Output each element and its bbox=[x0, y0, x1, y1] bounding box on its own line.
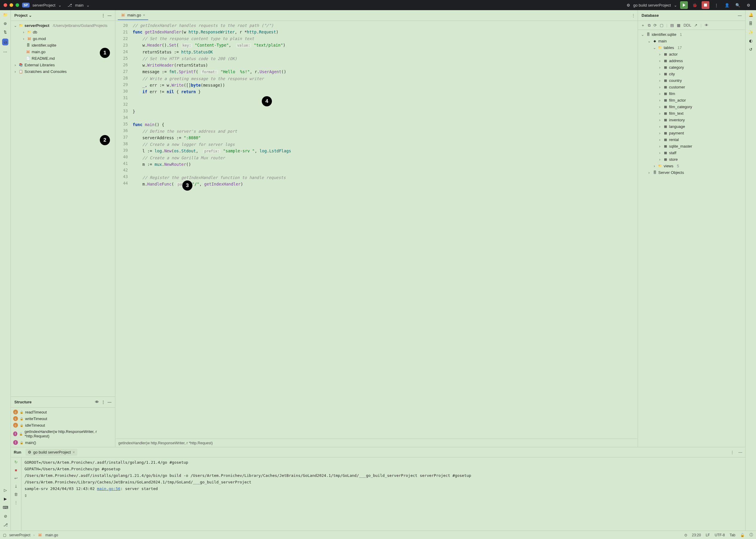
db-table[interactable]: ›▦film bbox=[638, 90, 745, 97]
structure-collapse-icon[interactable]: — bbox=[108, 400, 112, 404]
maximize-window[interactable] bbox=[16, 3, 19, 7]
db-open-icon[interactable]: ↗ bbox=[694, 23, 698, 28]
chevron-right-icon[interactable]: › bbox=[658, 118, 662, 122]
tree-external-libs[interactable]: ›📚External Libraries bbox=[11, 61, 115, 68]
db-table[interactable]: ›▦payment bbox=[638, 130, 745, 136]
db-server-objects[interactable]: ›🗄Server Objects bbox=[638, 169, 745, 176]
db-table-icon[interactable]: ▦ bbox=[677, 23, 680, 28]
notifications-icon[interactable]: 🔔 bbox=[748, 13, 753, 17]
chevron-right-icon[interactable]: › bbox=[658, 78, 662, 83]
run-tab[interactable]: Run bbox=[14, 450, 21, 454]
recent-tool-icon[interactable]: ↺ bbox=[749, 47, 752, 52]
code-with-me-icon[interactable]: 👤 bbox=[723, 1, 731, 9]
chevron-right-icon[interactable]: › bbox=[658, 91, 662, 96]
db-table[interactable]: ›▦sqlite_master bbox=[638, 143, 745, 149]
structure-item[interactable]: c🔒readTimeout bbox=[11, 409, 115, 415]
chevron-down-icon[interactable]: ⌄ bbox=[13, 23, 17, 28]
tree-folder-db[interactable]: ›📁db bbox=[11, 29, 115, 35]
db-table[interactable]: ›▦customer bbox=[638, 84, 745, 90]
db-table[interactable]: ›▦rental bbox=[638, 136, 745, 143]
chevron-right-icon[interactable]: › bbox=[658, 111, 662, 116]
debug-button[interactable]: 🐞 bbox=[691, 1, 699, 9]
db-table[interactable]: ›▦inventory bbox=[638, 116, 745, 123]
ai-tool-icon[interactable]: ✨ bbox=[748, 30, 753, 35]
structure-more-icon[interactable]: ⋮ bbox=[101, 400, 105, 404]
chevron-right-icon[interactable]: › bbox=[658, 85, 662, 89]
db-table[interactable]: ›▦film_actor bbox=[638, 97, 745, 103]
pull-requests-icon[interactable]: ⇅ bbox=[4, 30, 7, 35]
run-config-tab[interactable]: ⚙ go build serverProject × bbox=[26, 449, 77, 456]
db-ddl-button[interactable]: DDL bbox=[683, 23, 691, 28]
db-view-icon[interactable]: 👁 bbox=[705, 23, 709, 28]
chevron-right-icon[interactable]: › bbox=[658, 124, 662, 129]
status-crumb-file[interactable]: main.go bbox=[45, 533, 58, 537]
chevron-right-icon[interactable]: › bbox=[22, 37, 26, 41]
structure-item[interactable]: c🔒idleTimeout bbox=[11, 422, 115, 428]
db-table[interactable]: ›▦film_text bbox=[638, 110, 745, 116]
chevron-down-icon[interactable]: ⌄ bbox=[647, 39, 651, 43]
db-table[interactable]: ›▦country bbox=[638, 77, 745, 84]
db-stop-icon[interactable]: ▢ bbox=[660, 23, 663, 28]
db-table[interactable]: ›▦film_category bbox=[638, 103, 745, 110]
db-table[interactable]: ›▦address bbox=[638, 57, 745, 64]
chevron-right-icon[interactable]: › bbox=[658, 131, 662, 135]
status-readonly-icon[interactable]: 🔓 bbox=[740, 533, 745, 537]
run-button[interactable] bbox=[680, 1, 688, 9]
database-tool-icon[interactable]: 🗄 bbox=[749, 21, 753, 26]
soft-wrap-icon[interactable]: ↩︎ bbox=[14, 476, 18, 481]
structure-tool-icon[interactable]: 🗂 bbox=[2, 38, 8, 45]
status-encoding[interactable]: UTF-8 bbox=[715, 533, 725, 537]
console-link[interactable]: main.go:56 bbox=[97, 487, 120, 491]
db-views-folder[interactable]: ›📁views 5 bbox=[638, 163, 745, 169]
chevron-right-icon[interactable]: › bbox=[658, 151, 662, 155]
scroll-end-icon[interactable]: ⤓ bbox=[14, 484, 18, 489]
chevron-right-icon[interactable]: › bbox=[652, 164, 656, 168]
terminal-tool-icon[interactable]: ⌨ bbox=[3, 505, 8, 510]
coverage-tool-icon[interactable]: ◐ bbox=[749, 38, 752, 43]
problems-tool-icon[interactable]: ⊘ bbox=[4, 514, 7, 518]
tree-file-readme[interactable]: 📄README.md bbox=[11, 55, 115, 61]
chevron-right-icon[interactable]: › bbox=[22, 30, 26, 35]
editor-body[interactable]: 2021222324252627282930313233343536373839… bbox=[115, 21, 638, 439]
db-jump-icon[interactable]: ▤ bbox=[670, 23, 674, 28]
close-tab-icon[interactable]: × bbox=[143, 13, 145, 17]
project-root[interactable]: ⌄ 📁 serverProject /Users/jetbrains/Golan… bbox=[11, 22, 115, 29]
editor-code[interactable]: // getIndexHandler handles requests to t… bbox=[130, 21, 638, 439]
status-indent[interactable]: Tab bbox=[730, 533, 735, 537]
db-table[interactable]: ›▦store bbox=[638, 156, 745, 163]
more-actions-icon[interactable]: ⋮ bbox=[713, 1, 720, 9]
db-table[interactable]: ›▦language bbox=[638, 123, 745, 130]
settings-icon[interactable]: ⚙ bbox=[745, 1, 752, 9]
database-tree[interactable]: ⌄🗄identifier.sqlite 1 ⌄◆main ⌄📁tables 17… bbox=[638, 30, 745, 447]
commit-tool-icon[interactable]: ⊚ bbox=[4, 21, 7, 26]
db-table[interactable]: ›▦staff bbox=[638, 149, 745, 156]
db-table[interactable]: ›▦actor bbox=[638, 51, 745, 57]
vcs-branch[interactable]: main bbox=[75, 3, 83, 8]
branch-chevron-icon[interactable]: ⌄ bbox=[86, 3, 90, 8]
structure-view-icon[interactable]: 👁 bbox=[95, 400, 99, 404]
run-collapse-icon[interactable]: — bbox=[738, 450, 742, 454]
stop-icon[interactable]: ■ bbox=[15, 468, 17, 472]
db-schema[interactable]: ⌄◆main bbox=[638, 38, 745, 44]
more-tools-icon[interactable]: ⋯ bbox=[3, 49, 7, 54]
minimize-window[interactable] bbox=[10, 3, 13, 7]
close-icon[interactable]: × bbox=[73, 450, 75, 454]
tree-file-sqlite[interactable]: 🗄identifier.sqlite bbox=[11, 42, 115, 48]
chevron-right-icon[interactable]: › bbox=[658, 52, 662, 56]
run-more-icon[interactable]: ⋮ bbox=[730, 450, 734, 454]
structure-item[interactable]: f🔒main() bbox=[11, 439, 115, 446]
db-add-icon[interactable]: ＋ bbox=[641, 23, 645, 28]
chevron-down-icon[interactable]: ⌄ bbox=[652, 45, 656, 50]
status-goto-icon[interactable]: ⊙ bbox=[684, 533, 687, 537]
status-crumb-project[interactable]: serverProject bbox=[9, 533, 31, 537]
tree-file-maingo[interactable]: 🐹main.go bbox=[11, 48, 115, 55]
run-config-name[interactable]: go build serverProject bbox=[633, 3, 671, 8]
editor-tab-maingo[interactable]: 🐹 main.go × bbox=[118, 11, 148, 20]
project-collapse-icon[interactable]: — bbox=[108, 13, 112, 18]
chevron-right-icon[interactable]: › bbox=[658, 72, 662, 76]
editor-breadcrumb[interactable]: getIndexHandler(w http.ResponseWriter, r… bbox=[115, 439, 638, 447]
db-table[interactable]: ›▦city bbox=[638, 70, 745, 77]
run-console[interactable]: GOROOT=/Users/Artem.Pronichev/.asdf/inst… bbox=[22, 457, 745, 531]
editor-tab-more-icon[interactable]: ⋮ bbox=[632, 13, 635, 18]
chevron-right-icon[interactable]: › bbox=[658, 137, 662, 142]
